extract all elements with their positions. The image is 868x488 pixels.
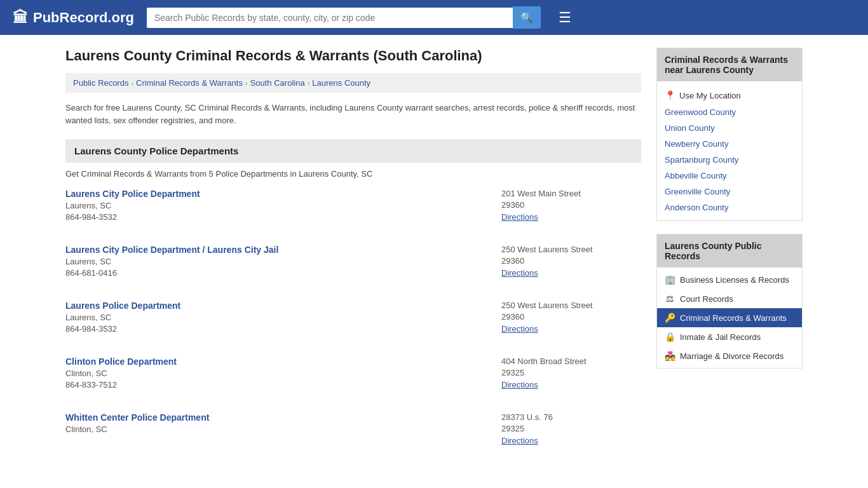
dept-city: Laurens, SC bbox=[65, 201, 476, 210]
directions-link[interactable]: Directions bbox=[501, 212, 538, 222]
pr-icon: ⚖ bbox=[665, 294, 675, 304]
public-record-item[interactable]: 🔑Criminal Records & Warrants bbox=[657, 308, 802, 327]
use-location[interactable]: 📍 Use My Location bbox=[657, 86, 802, 104]
nearby-county-link[interactable]: Anderson County bbox=[657, 200, 802, 215]
dept-zip: 29325 bbox=[501, 368, 641, 377]
pr-label: Marriage & Divorce Records bbox=[680, 351, 783, 361]
pr-label: Criminal Records & Warrants bbox=[680, 313, 787, 323]
nearby-county-link[interactable]: Union County bbox=[657, 120, 802, 136]
dept-phone: 864-984-3532 bbox=[65, 324, 476, 334]
dept-zip: 29360 bbox=[501, 312, 641, 322]
nearby-county-link[interactable]: Greenville County bbox=[657, 184, 802, 200]
use-location-label: Use My Location bbox=[679, 91, 741, 100]
pr-label: Business Licenses & Records bbox=[680, 275, 789, 285]
breadcrumb-public-records[interactable]: Public Records bbox=[73, 78, 128, 88]
breadcrumb: Public Records › Criminal Records & Warr… bbox=[65, 73, 641, 93]
dept-address: 28373 U.s. 76 bbox=[501, 412, 641, 422]
pr-icon: 💑 bbox=[665, 351, 675, 361]
dept-name: Laurens City Police Department bbox=[65, 189, 476, 199]
dept-city: Laurens, SC bbox=[65, 313, 476, 322]
dept-city: Clinton, SC bbox=[65, 369, 476, 378]
department-entry: Laurens City Police Department / Laurens… bbox=[65, 245, 641, 288]
dept-right: 404 North Broad Street 29325 Directions bbox=[501, 356, 641, 390]
dept-name: Laurens Police Department bbox=[65, 301, 476, 311]
department-entry: Clinton Police Department Clinton, SC 86… bbox=[65, 356, 641, 400]
dept-zip: 29360 bbox=[501, 256, 641, 266]
dept-phone: 864-833-7512 bbox=[65, 380, 476, 390]
dept-right: 28373 U.s. 76 29325 Directions bbox=[501, 412, 641, 445]
police-section-header: Laurens County Police Departments bbox=[65, 139, 641, 163]
department-entry: Whitten Center Police Department Clinton… bbox=[65, 412, 641, 456]
department-entry: Laurens Police Department Laurens, SC 86… bbox=[65, 301, 641, 344]
sidebar-nearby: Criminal Records & Warrants near Laurens… bbox=[656, 48, 803, 221]
pr-icon: 🔒 bbox=[665, 332, 675, 342]
search-button[interactable]: 🔍 bbox=[513, 6, 541, 29]
public-record-item[interactable]: 🏢Business Licenses & Records bbox=[657, 270, 802, 289]
hamburger-button[interactable]: ☰ bbox=[559, 10, 571, 26]
sidebar-public-records: Laurens County Public Records 🏢Business … bbox=[656, 234, 803, 369]
directions-link[interactable]: Directions bbox=[501, 380, 538, 390]
dept-address: 404 North Broad Street bbox=[501, 356, 641, 366]
nearby-county-link[interactable]: Abbeville County bbox=[657, 168, 802, 184]
directions-link[interactable]: Directions bbox=[501, 324, 538, 334]
dept-zip: 29360 bbox=[501, 200, 641, 210]
breadcrumb-sep-3: › bbox=[308, 79, 310, 87]
breadcrumb-sep-1: › bbox=[131, 79, 133, 87]
dept-left: Clinton Police Department Clinton, SC 86… bbox=[65, 356, 476, 390]
nearby-county-link[interactable]: Newberry County bbox=[657, 136, 802, 152]
public-record-item[interactable]: 💑Marriage & Divorce Records bbox=[657, 346, 802, 365]
site-header: 🏛 PubRecord.org 🔍 ☰ bbox=[0, 0, 868, 35]
public-record-item[interactable]: ⚖Court Records bbox=[657, 289, 802, 308]
pr-icon: 🏢 bbox=[665, 274, 675, 285]
search-input[interactable] bbox=[147, 8, 513, 28]
pr-label: Court Records bbox=[680, 294, 733, 304]
page-title: Laurens County Criminal Records & Warran… bbox=[65, 48, 641, 64]
logo-text: PubRecord.org bbox=[33, 10, 134, 26]
department-list: Laurens City Police Department Laurens, … bbox=[65, 189, 641, 456]
directions-link[interactable]: Directions bbox=[501, 436, 538, 445]
dept-city: Clinton, SC bbox=[65, 424, 476, 434]
dept-name: Clinton Police Department bbox=[65, 356, 476, 367]
dept-phone: 864-984-3532 bbox=[65, 212, 476, 222]
dept-address: 250 West Laurens Street bbox=[501, 301, 641, 310]
dept-phone: 864-681-0416 bbox=[65, 268, 476, 278]
sidebar-nearby-list: 📍 Use My Location Greenwood CountyUnion … bbox=[657, 81, 802, 220]
dept-name: Laurens City Police Department / Laurens… bbox=[65, 245, 476, 255]
dept-address: 201 West Main Street bbox=[501, 189, 641, 198]
breadcrumb-south-carolina[interactable]: South Carolina bbox=[250, 78, 305, 88]
breadcrumb-criminal-records[interactable]: Criminal Records & Warrants bbox=[136, 78, 243, 88]
nearby-counties-list: Greenwood CountyUnion CountyNewberry Cou… bbox=[657, 104, 802, 215]
directions-link[interactable]: Directions bbox=[501, 268, 538, 278]
dept-left: Laurens Police Department Laurens, SC 86… bbox=[65, 301, 476, 334]
dept-left: Laurens City Police Department / Laurens… bbox=[65, 245, 476, 278]
dept-left: Whitten Center Police Department Clinton… bbox=[65, 412, 476, 445]
department-entry: Laurens City Police Department Laurens, … bbox=[65, 189, 641, 232]
dept-right: 201 West Main Street 29360 Directions bbox=[501, 189, 641, 222]
pr-icon: 🔑 bbox=[665, 313, 675, 323]
main-container: Laurens County Criminal Records & Warran… bbox=[53, 35, 815, 481]
breadcrumb-sep-2: › bbox=[245, 79, 248, 87]
nearby-county-link[interactable]: Spartanburg County bbox=[657, 152, 802, 168]
pin-icon: 📍 bbox=[665, 90, 675, 100]
public-records-list: 🏢Business Licenses & Records⚖Court Recor… bbox=[657, 268, 802, 368]
sidebar-nearby-header: Criminal Records & Warrants near Laurens… bbox=[657, 48, 802, 81]
page-description: Search for free Laurens County, SC Crimi… bbox=[65, 102, 641, 126]
sidebar: Criminal Records & Warrants near Laurens… bbox=[656, 48, 803, 468]
site-logo[interactable]: 🏛 PubRecord.org bbox=[13, 9, 134, 27]
dept-zip: 29325 bbox=[501, 424, 641, 433]
pr-label: Inmate & Jail Records bbox=[680, 332, 761, 342]
dept-right: 250 West Laurens Street 29360 Directions bbox=[501, 245, 641, 278]
police-section-desc: Get Criminal Records & Warrants from 5 P… bbox=[65, 169, 641, 179]
nearby-county-link[interactable]: Greenwood County bbox=[657, 104, 802, 120]
dept-right: 250 West Laurens Street 29360 Directions bbox=[501, 301, 641, 334]
dept-left: Laurens City Police Department Laurens, … bbox=[65, 189, 476, 222]
dept-address: 250 West Laurens Street bbox=[501, 245, 641, 254]
breadcrumb-laurens-county[interactable]: Laurens County bbox=[312, 78, 370, 88]
dept-city: Laurens, SC bbox=[65, 257, 476, 266]
public-record-item[interactable]: 🔒Inmate & Jail Records bbox=[657, 327, 802, 346]
sidebar-public-records-header: Laurens County Public Records bbox=[657, 234, 802, 268]
dept-name: Whitten Center Police Department bbox=[65, 412, 476, 423]
search-bar: 🔍 bbox=[147, 6, 541, 29]
content-area: Laurens County Criminal Records & Warran… bbox=[65, 48, 641, 468]
building-icon: 🏛 bbox=[13, 9, 28, 27]
